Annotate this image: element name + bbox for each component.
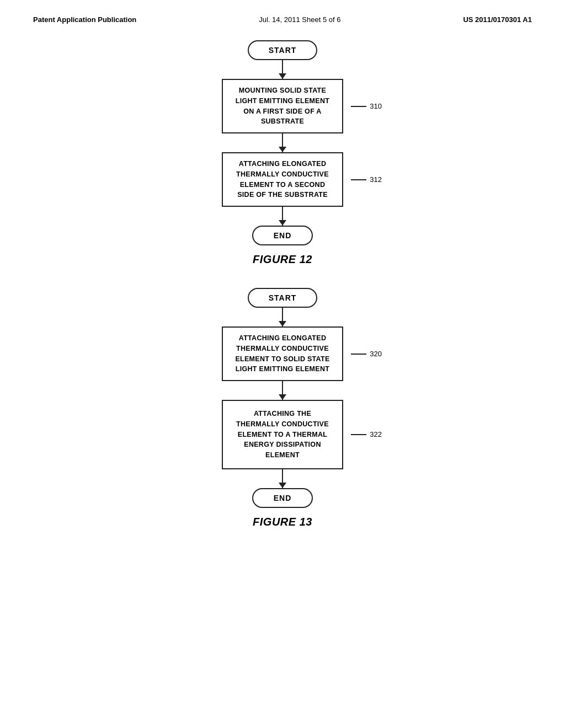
arrow-2-12: [282, 133, 283, 152]
step-322-number: 322: [370, 430, 382, 438]
step-312-wrapper: ATTACHING ELONGATEDTHERMALLY CONDUCTIVEE…: [222, 152, 343, 207]
step-312-rect: ATTACHING ELONGATEDTHERMALLY CONDUCTIVEE…: [222, 152, 343, 207]
step-310-number: 310: [370, 102, 382, 110]
step-310-line: [351, 106, 366, 107]
figure-13-caption: FIGURE 13: [253, 516, 312, 528]
page: Patent Application Publication Jul. 14, …: [0, 0, 565, 728]
arrow-3-12: [282, 207, 283, 226]
start-oval-13: START: [248, 288, 318, 308]
step-312-label: 312: [351, 175, 382, 184]
start-oval-12: START: [248, 40, 318, 60]
arrow-3-13: [282, 469, 283, 488]
step-320-line: [351, 354, 366, 355]
step-320-rect: ATTACHING ELONGATEDTHERMALLY CONDUCTIVEE…: [222, 326, 343, 381]
step-320-wrapper: ATTACHING ELONGATEDTHERMALLY CONDUCTIVEE…: [222, 326, 343, 381]
step-322-line: [351, 434, 366, 435]
end-oval-12: END: [252, 226, 313, 245]
arrow-2-13: [282, 381, 283, 400]
figure-12-caption: FIGURE 12: [253, 253, 312, 266]
step-322-rect: ATTACHING THETHERMALLY CONDUCTIVEELEMENT…: [222, 400, 343, 469]
step-320-label: 320: [351, 350, 382, 358]
step-322-label: 322: [351, 430, 382, 438]
header-date-sheet: Jul. 14, 2011 Sheet 5 of 6: [259, 15, 340, 24]
arrow-1-13: [282, 308, 283, 326]
step-310-wrapper: MOUNTING SOLID STATELIGHT EMITTING ELEME…: [222, 79, 343, 133]
figure-12: START MOUNTING SOLID STATELIGHT EMITTING…: [222, 40, 343, 282]
step-312-number: 312: [370, 175, 382, 184]
step-322-wrapper: ATTACHING THETHERMALLY CONDUCTIVEELEMENT…: [222, 400, 343, 469]
end-oval-13: END: [252, 488, 313, 508]
figure-13: START ATTACHING ELONGATEDTHERMALLY CONDU…: [222, 288, 343, 545]
arrow-1-12: [282, 60, 283, 79]
diagrams-area: START MOUNTING SOLID STATELIGHT EMITTING…: [0, 24, 565, 550]
header-publication: Patent Application Publication: [33, 15, 136, 24]
header: Patent Application Publication Jul. 14, …: [0, 0, 565, 24]
step-312-line: [351, 179, 366, 180]
header-patent-number: US 2011/0170301 A1: [463, 15, 532, 24]
step-320-number: 320: [370, 350, 382, 358]
step-310-label: 310: [351, 102, 382, 110]
step-310-rect: MOUNTING SOLID STATELIGHT EMITTING ELEME…: [222, 79, 343, 133]
